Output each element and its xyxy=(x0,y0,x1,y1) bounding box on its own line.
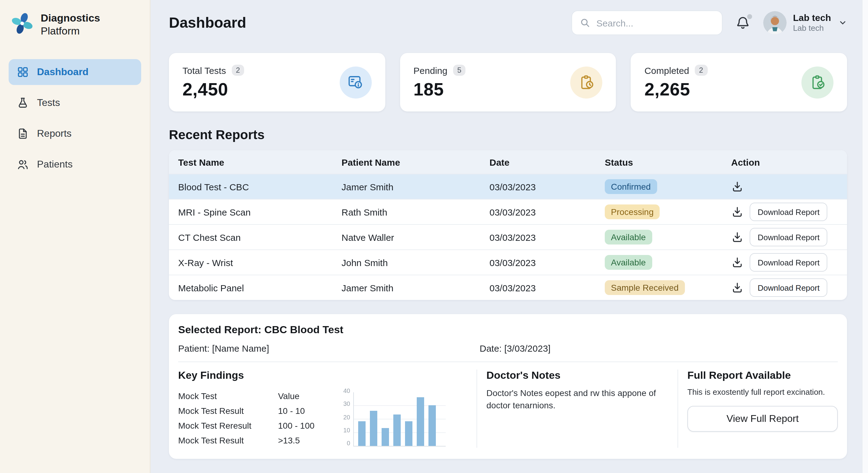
app-logo-icon xyxy=(10,11,34,38)
report-date: 03/03/2023 xyxy=(490,257,605,268)
chart-plot-area xyxy=(353,392,446,446)
download-report-button[interactable]: Download Report xyxy=(750,203,828,221)
full-report-text: This is exostently full report excinatio… xyxy=(687,387,838,397)
report-row[interactable]: X-Ray - WristJohn Smith03/03/2023Availab… xyxy=(169,249,847,275)
test-result-card-icon xyxy=(339,66,371,98)
stat-body: Completed 2 2,265 xyxy=(645,65,707,100)
report-row[interactable]: CT Chest ScanNatve Waller03/03/2023Avail… xyxy=(169,224,847,249)
chart-bar xyxy=(381,428,389,446)
chart-ytick-label: 0 xyxy=(340,440,350,446)
users-icon xyxy=(17,158,29,171)
sidebar-item-reports[interactable]: Reports xyxy=(9,121,141,146)
reports-table: Test Name Patient Name Date Status Actio… xyxy=(169,150,847,300)
page-title: Dashboard xyxy=(169,14,246,31)
notification-dot xyxy=(747,14,752,19)
report-patient-name: John Smith xyxy=(342,257,490,268)
stat-body: Pending 5 185 xyxy=(413,65,466,100)
sidebar: Diagnostics Platform Dashboard Tests xyxy=(0,0,150,473)
download-report-button[interactable]: Download Report xyxy=(750,278,828,297)
top-bar: Dashboard xyxy=(169,0,847,45)
key-finding-value: 10 - 10 xyxy=(278,406,332,416)
report-row[interactable]: Metabolic PanelJamer Smith03/03/2023Samp… xyxy=(169,275,847,300)
stats-row: Total Tests 2 2,450 Pending 5 185 xyxy=(169,53,847,111)
key-finding-label: Mock Test xyxy=(178,391,278,401)
selected-report-date: Date: [3/03/2023] xyxy=(479,343,838,353)
key-findings-section: Key Findings Mock TestValueMock Test Res… xyxy=(178,370,476,448)
chart-bar xyxy=(358,421,366,446)
column-header-action: Action xyxy=(731,157,838,167)
stat-body: Total Tests 2 2,450 xyxy=(183,65,244,100)
download-report-button[interactable]: Download Report xyxy=(750,253,828,272)
download-icon-button[interactable] xyxy=(731,256,743,269)
chart-bar xyxy=(429,405,436,446)
selected-report-title: Selected Report: CBC Blood Test xyxy=(178,324,838,336)
report-row[interactable]: Blood Test - CBCJamer Smith03/03/2023Con… xyxy=(169,174,847,199)
report-test-name: CT Chest Scan xyxy=(178,232,342,242)
sidebar-item-label: Dashboard xyxy=(37,67,89,78)
column-header-status: Status xyxy=(605,157,731,167)
chart-bar xyxy=(405,421,412,446)
chart-bar xyxy=(417,397,424,446)
user-menu[interactable]: Lab tech Lab tech xyxy=(764,11,847,34)
download-icon xyxy=(731,281,743,294)
key-finding-row: Mock Test Reresult100 - 100 xyxy=(178,418,332,433)
view-full-report-button[interactable]: View Full Report xyxy=(687,406,838,432)
stat-label: Total Tests xyxy=(183,65,226,75)
report-patient-name: Rath Smith xyxy=(342,207,490,217)
status-badge: Available xyxy=(605,230,652,244)
brand: Diagnostics Platform xyxy=(9,9,141,43)
report-action-cell xyxy=(731,180,838,193)
column-header-date: Date xyxy=(490,157,605,167)
report-action-cell: Download Report xyxy=(731,253,838,272)
sidebar-item-tests[interactable]: Tests xyxy=(9,90,141,116)
search-box[interactable] xyxy=(572,10,723,35)
avatar xyxy=(764,11,787,34)
stat-count-badge: 2 xyxy=(695,65,707,76)
download-icon-button[interactable] xyxy=(731,281,743,294)
key-finding-row: Mock Test Result10 - 10 xyxy=(178,403,332,418)
download-icon-button[interactable] xyxy=(731,231,743,243)
divider xyxy=(178,362,838,362)
download-icon-button[interactable] xyxy=(731,206,743,218)
clipboard-clock-icon xyxy=(570,66,602,98)
sidebar-nav: Dashboard Tests Reports Patients xyxy=(9,59,141,177)
clipboard-check-icon xyxy=(801,66,834,98)
user-info: Lab tech Lab tech xyxy=(793,12,831,34)
user-role: Lab tech xyxy=(793,24,831,34)
key-findings-title: Key Findings xyxy=(178,370,476,382)
report-status-cell: Sample Received xyxy=(605,280,731,295)
key-finding-label: Mock Test Result xyxy=(178,435,278,445)
sidebar-item-label: Tests xyxy=(37,97,60,108)
doctors-notes-section: Doctor's Notes Doctor's Notes eopest and… xyxy=(476,370,678,448)
report-patient-name: Jamer Smith xyxy=(342,181,490,192)
sidebar-item-patients[interactable]: Patients xyxy=(9,151,141,177)
stat-value: 2,265 xyxy=(645,79,707,100)
full-report-section: Full Report Available This is exostently… xyxy=(678,370,838,448)
brand-line2: Platform xyxy=(41,25,100,38)
download-report-button[interactable]: Download Report xyxy=(750,228,828,246)
report-status-cell: Confirmed xyxy=(605,179,731,194)
sidebar-item-dashboard[interactable]: Dashboard xyxy=(9,59,141,85)
key-finding-label: Mock Test Result xyxy=(178,406,278,416)
notifications-button[interactable] xyxy=(735,15,751,31)
selected-report-meta: Patient: [Name Name] Date: [3/03/2023] xyxy=(178,343,838,353)
top-bar-actions: Lab tech Lab tech xyxy=(572,10,847,35)
chart-ytick-label: 40 xyxy=(340,387,350,394)
doctors-notes-text: Doctor's Notes eopest and rw this appone… xyxy=(487,387,671,411)
user-name: Lab tech xyxy=(793,12,831,24)
download-icon-button[interactable] xyxy=(731,180,743,193)
report-test-name: Metabolic Panel xyxy=(178,282,342,293)
chart-ytick-label: 20 xyxy=(340,413,350,420)
scrollbar-track[interactable] xyxy=(862,0,868,473)
brand-text: Diagnostics Platform xyxy=(41,12,100,38)
app-window: Diagnostics Platform Dashboard Tests xyxy=(0,0,868,473)
stat-card-completed: Completed 2 2,265 xyxy=(631,53,847,111)
report-row[interactable]: MRI - Spine ScanRath Smith03/03/2023Proc… xyxy=(169,199,847,224)
table-body: Blood Test - CBCJamer Smith03/03/2023Con… xyxy=(169,174,847,300)
search-icon xyxy=(580,17,591,28)
download-icon xyxy=(731,180,743,193)
report-test-name: Blood Test - CBC xyxy=(178,181,342,192)
search-input[interactable] xyxy=(596,18,715,28)
report-action-cell: Download Report xyxy=(731,203,838,221)
key-findings-list: Mock TestValueMock Test Result10 - 10Moc… xyxy=(178,388,332,448)
